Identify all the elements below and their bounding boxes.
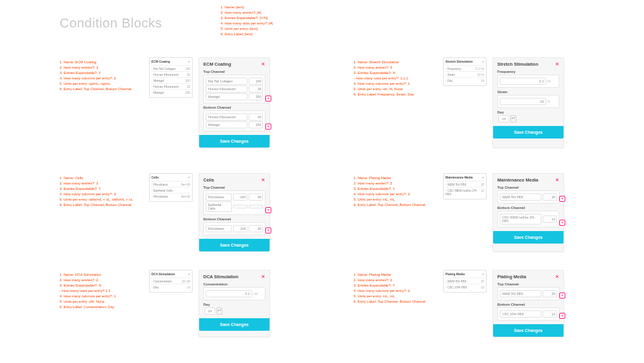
spec-list: 1. Name: Stretch Stimulation2. How many …: [354, 57, 443, 148]
spec-list: 1. Name: DCA Stimulation2. How many entr…: [60, 270, 149, 337]
close-icon[interactable]: ✕: [261, 177, 265, 183]
value-input[interactable]: 25: [249, 85, 263, 93]
stepper-icon[interactable]: ▴▾: [216, 307, 222, 315]
val-input[interactable]: 100: [233, 225, 247, 232]
edit-card: Cells✕Top ChannelFibroblasts10030Epithel…: [199, 173, 270, 252]
mini-card[interactable]: DCA Stimulation⤢Concentration20 uMDay14: [149, 270, 193, 293]
name-input[interactable]: Rat Tail Collagen: [206, 78, 247, 85]
spec-list: 1. Name: Plating Media2. How many entrie…: [354, 173, 443, 252]
edit-card: Plating Media✕Top ChannelWEM 5% FBS20＋Bo…: [493, 270, 564, 337]
section-label: Bottom Channel: [203, 106, 265, 109]
mini-card[interactable]: ECM Coating⤢Rat Tail Collagen100Human Fi…: [149, 57, 193, 98]
mini-card[interactable]: Maintenance Media⤢WEM 5% FBS20CSC-WEM-no…: [443, 173, 487, 199]
name-input[interactable]: Matrigel: [206, 121, 247, 128]
edit-card: ECM Coating✕Top ChannelRat Tail Collagen…: [199, 57, 270, 148]
value-input[interactable]: 100: [249, 78, 263, 85]
expand-icon[interactable]: ⤢: [188, 60, 190, 63]
mini-card[interactable]: Stretch Stimulation⤢Frequency0.1 HzStrai…: [443, 57, 487, 86]
section-label: Top Channel: [203, 70, 265, 73]
card-title: DCA Stimulation: [203, 274, 239, 279]
section-label: Frequency: [497, 70, 559, 73]
expand-icon[interactable]: ⤢: [482, 60, 484, 63]
value-input[interactable]: 25: [249, 113, 263, 121]
card-title: Plating Media: [497, 274, 526, 279]
section-label: Top Channel: [497, 186, 559, 189]
edit-card: DCA Stimulation✕Concentration0.1uMDay14▴…: [199, 270, 270, 337]
name-input[interactable]: CSC-WEM-noDex 2% FBS: [500, 214, 541, 224]
page-title: Condition Blocks: [60, 16, 162, 31]
section-label: Strain: [497, 90, 559, 94]
value-input[interactable]: 12: [543, 310, 557, 318]
close-icon[interactable]: ✕: [555, 61, 559, 67]
name-input[interactable]: Human Fibronectin: [206, 85, 247, 93]
value-input[interactable]: 20: [543, 290, 557, 297]
value-input[interactable]: 12: [543, 216, 557, 223]
section-label: Top Channel: [203, 186, 265, 189]
value-input[interactable]: 250: [249, 93, 263, 100]
save-button[interactable]: Save Changes: [493, 324, 564, 337]
name-input[interactable]: Human Fibronectin: [206, 113, 247, 121]
val-input[interactable]: 100: [233, 193, 247, 201]
name-input[interactable]: Epithelial Cells: [206, 201, 232, 212]
name-input[interactable]: Matrigel: [206, 93, 247, 100]
mini-card[interactable]: Plating Media⤢WEM 5% FBS20CSC 10% FBS12: [443, 270, 487, 293]
spec-list: 1. Name: Cells2. How many entries?: 23. …: [60, 173, 149, 252]
section-label: Day: [497, 110, 559, 114]
close-icon[interactable]: ✕: [261, 61, 265, 67]
name-input[interactable]: Fibroblasts: [206, 225, 232, 232]
name-input[interactable]: CSC 10% FBS: [500, 310, 541, 318]
spec-list: 1. Name: Plating Media2. How many entrie…: [354, 270, 443, 337]
add-row-icon[interactable]: ＋: [265, 124, 271, 130]
add-row-icon[interactable]: ＋: [559, 220, 565, 226]
section-label: Bottom Channel: [497, 206, 559, 210]
value-input[interactable]: 10: [500, 98, 546, 105]
card-title: Stretch Stimulation: [497, 61, 538, 67]
add-row-icon[interactable]: ＋: [559, 196, 565, 202]
section-label: Bottom Channel: [203, 217, 265, 221]
spec-list: 1. Name: ECM Coating2. How many entries?…: [60, 57, 149, 148]
section-label: Top Channel: [497, 282, 559, 286]
add-row-icon[interactable]: ＋: [559, 293, 565, 299]
expand-icon[interactable]: ⤢: [188, 176, 190, 179]
save-button[interactable]: Save Changes: [493, 231, 564, 244]
add-row-icon[interactable]: ＋: [265, 227, 271, 233]
edit-card: Maintenance Media✕Top ChannelWEM 5% FBS2…: [493, 173, 564, 252]
edit-card: Stretch Stimulation✕Frequency0.1HzStrain…: [493, 57, 564, 148]
card-title: Cells: [203, 177, 214, 183]
add-row-icon[interactable]: ＋: [265, 207, 271, 213]
save-button[interactable]: Save Changes: [493, 126, 564, 139]
save-button[interactable]: Save Changes: [199, 239, 270, 251]
value-input[interactable]: 20: [543, 193, 557, 201]
value-input[interactable]: 250: [249, 121, 263, 128]
section-label: Day: [203, 303, 265, 306]
name-input[interactable]: WEM 5% FBS: [500, 290, 541, 297]
add-row-icon[interactable]: ＋: [265, 96, 271, 101]
expand-icon[interactable]: ⤢: [188, 272, 190, 276]
section-label: Concentration: [203, 282, 265, 286]
value-input[interactable]: 0.1: [500, 78, 546, 85]
val2-input[interactable]: [249, 205, 263, 208]
val2-input[interactable]: 30: [249, 225, 263, 232]
val2-input[interactable]: 30: [249, 193, 263, 201]
add-row-icon[interactable]: ＋: [559, 313, 565, 319]
value-input[interactable]: 0.1: [206, 290, 252, 297]
expand-icon[interactable]: ⤢: [482, 176, 484, 179]
save-button[interactable]: Save Changes: [199, 135, 270, 147]
save-button[interactable]: Save Changes: [199, 318, 270, 331]
stepper-icon[interactable]: ▴▾: [510, 115, 516, 122]
day-input[interactable]: 14: [205, 307, 215, 315]
card-title: Maintenance Media: [497, 177, 538, 183]
close-icon[interactable]: ✕: [555, 274, 559, 279]
section-label: Bottom Channel: [497, 303, 559, 306]
close-icon[interactable]: ✕: [261, 274, 265, 279]
card-title: ECM Coating: [203, 61, 231, 67]
name-input[interactable]: WEM 5% FBS: [500, 193, 541, 201]
close-icon[interactable]: ✕: [555, 177, 559, 183]
name-input[interactable]: Fibroblasts: [206, 193, 232, 201]
mini-card[interactable]: Cells⤢Fibroblasts5e4 80Epithelial CellsF…: [149, 173, 193, 202]
val-input[interactable]: [233, 205, 247, 208]
day-input[interactable]: 14: [499, 115, 509, 122]
top-questions: 1. Name: [text]2. How many entries?: [#]…: [221, 5, 273, 37]
expand-icon[interactable]: ⤢: [482, 272, 484, 276]
